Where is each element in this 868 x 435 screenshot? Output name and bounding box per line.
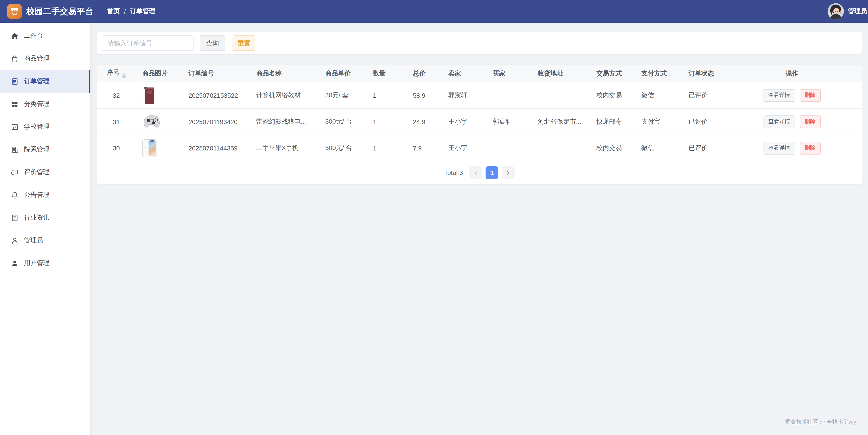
chat-icon bbox=[11, 168, 19, 176]
table-row: 30 20250701144359 二手苹果X手机 500元/ 台 1 7.9 … bbox=[97, 135, 862, 161]
orders-table: 序号商品图片订单编号商品名称商品单价数量总价卖家买家收货地址交易方式支付方式订单… bbox=[97, 65, 862, 162]
sort-caret-icon[interactable] bbox=[122, 73, 126, 79]
sidebar-item-grid[interactable]: 分类管理 bbox=[0, 93, 90, 115]
cell-trade-method: 校内交易 bbox=[590, 82, 634, 108]
product-image-phone bbox=[142, 139, 157, 157]
cell-buyer bbox=[486, 82, 531, 108]
cell-address bbox=[531, 135, 590, 161]
sidebar-item-label: 分类管理 bbox=[24, 100, 50, 108]
sidebar-item-department[interactable]: 院系管理 bbox=[0, 138, 90, 161]
view-detail-button[interactable]: 查看详情 bbox=[763, 115, 795, 128]
sidebar: 工作台 商品管理 订单管理 分类管理 学校管理 院系管理 评价管理 公告管理 行… bbox=[0, 23, 91, 435]
search-toolbar: 查询 重置 bbox=[97, 32, 862, 54]
pagination: Total 3 1 bbox=[97, 162, 862, 184]
sidebar-item-chat[interactable]: 评价管理 bbox=[0, 161, 90, 184]
product-image-controller bbox=[142, 113, 161, 130]
product-image-book bbox=[142, 86, 154, 104]
column-header: 交易方式 bbox=[590, 65, 634, 82]
cell-total: 7.9 bbox=[406, 135, 441, 161]
cell-unit-price: 500元/ 台 bbox=[318, 135, 366, 161]
cell-seller: 王小宇 bbox=[441, 108, 486, 135]
table-row: 31 20250701193420 雷蛇幻影战狼电... 300元/ 台 1 2… bbox=[97, 108, 862, 135]
topbar-user-area: 管理员 bbox=[828, 3, 868, 20]
sidebar-item-label: 工作台 bbox=[24, 32, 43, 40]
cell-image bbox=[135, 82, 182, 108]
cell-seq: 30 bbox=[97, 135, 135, 161]
school-icon bbox=[11, 123, 19, 131]
sidebar-item-label: 公告管理 bbox=[24, 191, 50, 199]
reset-button[interactable]: 重置 bbox=[232, 35, 255, 51]
column-header: 订单状态 bbox=[682, 65, 722, 82]
cell-actions: 查看详情删除 bbox=[722, 135, 862, 161]
cell-order-no: 20250702153522 bbox=[182, 82, 249, 108]
main-content: 查询 重置 序号商品图片订单编号商品名称商品单价数量总价卖家买家收货地址交易方式… bbox=[91, 23, 868, 435]
cell-actions: 查看详情删除 bbox=[722, 82, 862, 108]
cell-seq: 31 bbox=[97, 108, 135, 135]
app-root: 校园二手交易平台 首页 / 订单管理 bbox=[0, 0, 868, 435]
cell-status: 已评价 bbox=[682, 82, 722, 108]
cell-name: 二手苹果X手机 bbox=[249, 135, 318, 161]
cell-total: 58.9 bbox=[406, 82, 441, 108]
cell-total: 24.9 bbox=[406, 108, 441, 135]
query-button[interactable]: 查询 bbox=[200, 35, 225, 51]
sidebar-item-label: 用户管理 bbox=[24, 259, 50, 267]
sidebar-item-bag[interactable]: 商品管理 bbox=[0, 47, 90, 70]
sidebar-item-school[interactable]: 学校管理 bbox=[0, 115, 90, 138]
user-filled-icon bbox=[11, 259, 19, 267]
cell-image bbox=[135, 108, 182, 135]
order-table-body: 32 20250702153522 计算机网络教材 30元/ 套 1 58.9 … bbox=[97, 82, 862, 161]
column-header: 卖家 bbox=[441, 65, 486, 82]
pagination-page-1[interactable]: 1 bbox=[486, 166, 498, 179]
column-header: 序号 bbox=[97, 65, 135, 82]
cell-seq: 32 bbox=[97, 82, 135, 108]
pagination-prev-button[interactable] bbox=[469, 166, 482, 179]
cell-qty: 1 bbox=[366, 135, 406, 161]
view-detail-button[interactable]: 查看详情 bbox=[763, 142, 795, 154]
grid-icon bbox=[11, 100, 19, 108]
cell-address: 河北省保定市... bbox=[531, 108, 590, 135]
column-header: 商品名称 bbox=[249, 65, 318, 82]
sidebar-item-label: 商品管理 bbox=[24, 55, 50, 63]
order-doc-icon bbox=[11, 78, 19, 85]
user-outline-icon bbox=[11, 237, 19, 244]
breadcrumb-separator-icon: / bbox=[124, 8, 126, 15]
sidebar-item-news-doc[interactable]: 行业资讯 bbox=[0, 206, 90, 229]
sidebar-item-home[interactable]: 工作台 bbox=[0, 25, 90, 47]
column-header: 总价 bbox=[406, 65, 441, 82]
cell-qty: 1 bbox=[366, 108, 406, 135]
cell-seller: 郭宸轩 bbox=[441, 82, 486, 108]
pagination-next-button[interactable] bbox=[502, 166, 515, 179]
cell-order-no: 20250701144359 bbox=[182, 135, 249, 161]
cell-status: 已评价 bbox=[682, 108, 722, 135]
table-row: 32 20250702153522 计算机网络教材 30元/ 套 1 58.9 … bbox=[97, 82, 862, 108]
order-no-search-input[interactable] bbox=[102, 35, 193, 51]
sidebar-item-label: 评价管理 bbox=[24, 168, 50, 176]
sidebar-item-label: 行业资讯 bbox=[24, 214, 50, 222]
avatar[interactable] bbox=[828, 3, 844, 20]
pagination-pages: 1 bbox=[486, 166, 498, 179]
bell-icon bbox=[11, 191, 19, 199]
cell-trade-method: 快递邮寄 bbox=[590, 108, 634, 135]
table-header-row: 序号商品图片订单编号商品名称商品单价数量总价卖家买家收货地址交易方式支付方式订单… bbox=[97, 65, 862, 82]
delete-button[interactable]: 删除 bbox=[800, 115, 820, 128]
cell-unit-price: 300元/ 台 bbox=[318, 108, 366, 135]
cell-seller: 王小宇 bbox=[441, 135, 486, 161]
sidebar-item-order-doc[interactable]: 订单管理 bbox=[0, 70, 90, 93]
breadcrumb-home[interactable]: 首页 bbox=[107, 7, 120, 16]
delete-button[interactable]: 删除 bbox=[800, 89, 820, 102]
sidebar-item-bell[interactable]: 公告管理 bbox=[0, 184, 90, 206]
breadcrumb-current: 订单管理 bbox=[130, 7, 155, 16]
cell-name: 雷蛇幻影战狼电... bbox=[249, 108, 318, 135]
cell-order-no: 20250701193420 bbox=[182, 108, 249, 135]
cell-pay-method: 支付宝 bbox=[634, 108, 682, 135]
cell-pay-method: 微信 bbox=[634, 82, 682, 108]
orders-table-card: 序号商品图片订单编号商品名称商品单价数量总价卖家买家收货地址交易方式支付方式订单… bbox=[97, 65, 862, 184]
topbar: 校园二手交易平台 首页 / 订单管理 bbox=[0, 0, 868, 23]
sidebar-item-user-outline[interactable]: 管理员 bbox=[0, 229, 90, 252]
cell-status: 已评价 bbox=[682, 135, 722, 161]
sidebar-item-user-filled[interactable]: 用户管理 bbox=[0, 252, 90, 274]
department-icon bbox=[11, 146, 19, 153]
news-doc-icon bbox=[11, 214, 19, 222]
view-detail-button[interactable]: 查看详情 bbox=[763, 89, 795, 102]
delete-button[interactable]: 删除 bbox=[800, 142, 820, 154]
